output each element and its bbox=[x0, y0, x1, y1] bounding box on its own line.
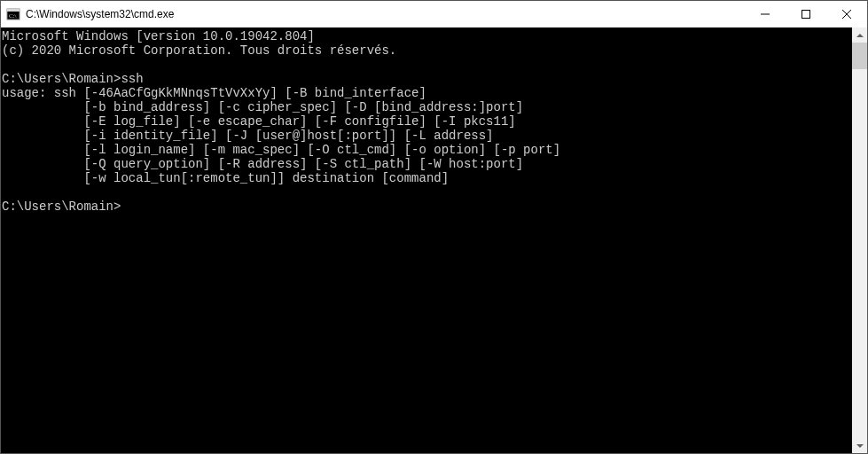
window-title: C:\Windows\system32\cmd.exe bbox=[26, 8, 745, 20]
svg-text:C:\: C:\ bbox=[9, 12, 17, 20]
cmd-window: C:\ C:\Windows\system32\cmd.exe Microsof… bbox=[0, 0, 868, 454]
cmd-icon: C:\ bbox=[6, 7, 20, 21]
scroll-down-arrow[interactable] bbox=[852, 438, 867, 453]
svg-marker-7 bbox=[856, 34, 864, 37]
svg-rect-4 bbox=[802, 11, 810, 19]
minimize-button[interactable] bbox=[745, 1, 786, 27]
close-button[interactable] bbox=[826, 1, 867, 27]
svg-marker-8 bbox=[856, 444, 864, 448]
window-controls bbox=[745, 1, 867, 27]
scroll-up-arrow[interactable] bbox=[852, 27, 867, 43]
maximize-button[interactable] bbox=[786, 1, 826, 27]
client-area: Microsoft Windows [version 10.0.19042.80… bbox=[1, 27, 867, 453]
titlebar[interactable]: C:\ C:\Windows\system32\cmd.exe bbox=[1, 1, 867, 27]
terminal-output[interactable]: Microsoft Windows [version 10.0.19042.80… bbox=[1, 27, 852, 453]
scroll-thumb[interactable] bbox=[852, 43, 867, 69]
svg-rect-1 bbox=[7, 9, 20, 12]
vertical-scrollbar[interactable] bbox=[852, 27, 867, 453]
